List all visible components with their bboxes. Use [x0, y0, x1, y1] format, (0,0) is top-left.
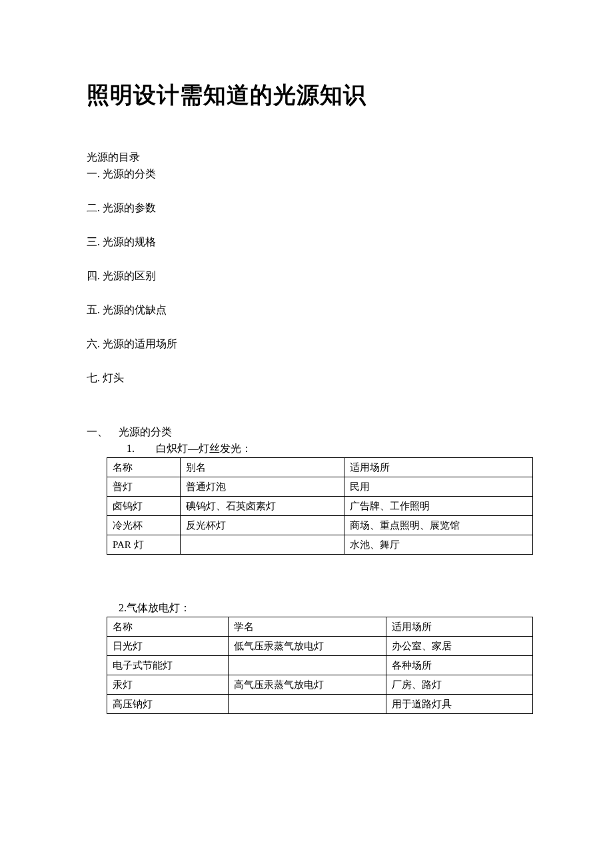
table-header-cell: 学名 [229, 617, 386, 637]
table-cell: 汞灯 [107, 675, 229, 695]
table-row: 电子式节能灯 各种场所 [107, 656, 533, 675]
table-header-cell: 名称 [107, 617, 229, 637]
document-page: 照明设计需知道的光源知识 光源的目录 一. 光源的分类 二. 光源的参数 三. … [0, 0, 613, 868]
table-cell: 普灯 [107, 477, 181, 497]
table-cell: 普通灯泡 [181, 477, 344, 497]
table-cell: 厂房、路灯 [386, 675, 533, 695]
table-cell: 水池、舞厅 [344, 535, 533, 555]
table-cell [181, 535, 344, 555]
table-cell [229, 656, 386, 675]
table-row: 日光灯 低气压汞蒸气放电灯 办公室、家居 [107, 637, 533, 656]
toc-item-1: 一. 光源的分类 [87, 167, 533, 181]
table-cell: 电子式节能灯 [107, 656, 229, 675]
table-header-cell: 别名 [181, 458, 344, 477]
toc-item-4: 四. 光源的区别 [87, 269, 533, 283]
toc-heading: 光源的目录 [87, 151, 533, 165]
table-cell: 冷光杯 [107, 516, 181, 535]
table-cell [229, 695, 386, 714]
toc-item-6: 六. 光源的适用场所 [87, 337, 533, 351]
table-cell: 碘钨灯、石英卤素灯 [181, 497, 344, 516]
table-cell: 办公室、家居 [386, 637, 533, 656]
section-1-sub-2-heading: 2.气体放电灯： [119, 601, 533, 615]
table-cell: PAR 灯 [107, 535, 181, 555]
incandescent-table: 名称 别名 适用场所 普灯 普通灯泡 民用 卤钨灯 碘钨灯、石英卤素灯 广告牌、… [107, 457, 533, 555]
table-header-cell: 适用场所 [344, 458, 533, 477]
table-cell: 日光灯 [107, 637, 229, 656]
table-row: 汞灯 高气压汞蒸气放电灯 厂房、路灯 [107, 675, 533, 695]
table-row: 普灯 普通灯泡 民用 [107, 477, 533, 497]
table-row: 高压钠灯 用于道路灯具 [107, 695, 533, 714]
table-row: PAR 灯 水池、舞厅 [107, 535, 533, 555]
table-cell: 反光杯灯 [181, 516, 344, 535]
table-cell: 民用 [344, 477, 533, 497]
toc-item-2: 二. 光源的参数 [87, 201, 533, 215]
table-header-cell: 适用场所 [386, 617, 533, 637]
table-row: 冷光杯 反光杯灯 商场、重点照明、展览馆 [107, 516, 533, 535]
table-row: 名称 学名 适用场所 [107, 617, 533, 637]
table-cell: 卤钨灯 [107, 497, 181, 516]
table-cell: 各种场所 [386, 656, 533, 675]
table-row: 卤钨灯 碘钨灯、石英卤素灯 广告牌、工作照明 [107, 497, 533, 516]
gas-discharge-table: 名称 学名 适用场所 日光灯 低气压汞蒸气放电灯 办公室、家居 电子式节能灯 各… [107, 617, 533, 714]
table-cell: 用于道路灯具 [386, 695, 533, 714]
toc-item-5: 五. 光源的优缺点 [87, 303, 533, 317]
toc-item-7: 七. 灯头 [87, 371, 533, 385]
toc-item-3: 三. 光源的规格 [87, 235, 533, 249]
section-1-heading: 一、 光源的分类 [87, 425, 533, 439]
page-title: 照明设计需知道的光源知识 [87, 80, 533, 111]
table-cell: 高气压汞蒸气放电灯 [229, 675, 386, 695]
section-1-sub-1-heading: 1. 白炽灯—灯丝发光： [127, 442, 533, 456]
table-header-cell: 名称 [107, 458, 181, 477]
table-cell: 商场、重点照明、展览馆 [344, 516, 533, 535]
table-cell: 高压钠灯 [107, 695, 229, 714]
table-cell: 低气压汞蒸气放电灯 [229, 637, 386, 656]
table-row: 名称 别名 适用场所 [107, 458, 533, 477]
table-cell: 广告牌、工作照明 [344, 497, 533, 516]
